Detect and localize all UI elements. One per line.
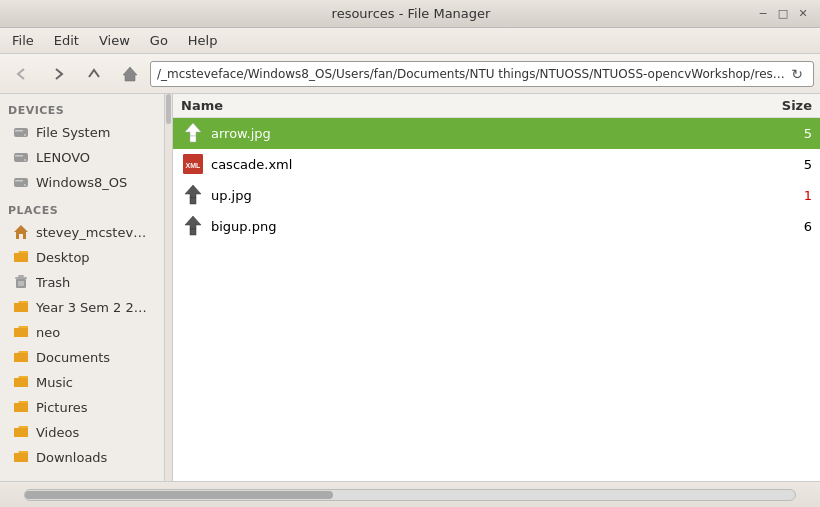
desktop-folder-icon xyxy=(12,248,30,266)
cascade-xml-icon: XML xyxy=(181,152,205,176)
statusbar xyxy=(0,481,820,507)
svg-rect-7 xyxy=(14,178,28,187)
year3-folder-icon xyxy=(12,298,30,316)
sidebar-item-pictures[interactable]: Pictures xyxy=(4,395,160,419)
sidebar-item-downloads[interactable]: Downloads xyxy=(4,445,160,469)
pictures-folder-icon xyxy=(12,398,30,416)
svg-point-8 xyxy=(24,184,26,186)
window-title: resources - File Manager xyxy=(68,6,754,21)
svg-text:XML: XML xyxy=(186,162,202,169)
downloads-folder-icon xyxy=(12,448,30,466)
svg-marker-0 xyxy=(123,67,137,81)
places-header: PLACES xyxy=(0,200,164,219)
neo-label: neo xyxy=(36,325,60,340)
maximize-button[interactable]: □ xyxy=(774,5,792,23)
sidebar-item-music[interactable]: Music xyxy=(4,370,160,394)
harddrive-icon xyxy=(12,123,30,141)
devices-header: DEVICES xyxy=(0,100,164,119)
address-text: /_mcsteveface/Windows8_OS/Users/fan/Docu… xyxy=(157,67,787,81)
sidebar-item-videos[interactable]: Videos xyxy=(4,420,160,444)
up-jpg-size: 1 xyxy=(752,188,812,203)
svg-rect-22 xyxy=(190,198,196,204)
file-list-header: Name Size xyxy=(173,94,820,118)
trash-label: Trash xyxy=(36,275,70,290)
downloads-label: Downloads xyxy=(36,450,107,465)
file-area: Name Size arrow.jpg 5 xyxy=(165,94,820,481)
sidebar-item-year3[interactable]: Year 3 Sem 2 201... xyxy=(4,295,160,319)
menu-go[interactable]: Go xyxy=(142,31,176,50)
windows8-label: Windows8_OS xyxy=(36,175,127,190)
bigup-png-name: bigup.png xyxy=(211,219,752,234)
menubar: File Edit View Go Help xyxy=(0,28,820,54)
menu-help[interactable]: Help xyxy=(180,31,226,50)
svg-marker-10 xyxy=(14,225,28,239)
svg-rect-3 xyxy=(15,130,23,132)
sidebar-item-filesystem[interactable]: File System xyxy=(4,120,160,144)
sidebar-item-home[interactable]: stevey_mcstevefa... xyxy=(4,220,160,244)
home-button[interactable] xyxy=(114,58,146,90)
cascade-xml-size: 5 xyxy=(752,157,812,172)
back-button[interactable] xyxy=(6,58,38,90)
up-jpg-icon xyxy=(181,183,205,207)
sidebar: DEVICES File System LENOVO Windows8_OS P… xyxy=(0,94,165,481)
svg-marker-21 xyxy=(185,185,201,198)
address-bar[interactable]: /_mcsteveface/Windows8_OS/Users/fan/Docu… xyxy=(150,61,814,87)
lenovo-label: LENOVO xyxy=(36,150,90,165)
menu-edit[interactable]: Edit xyxy=(46,31,87,50)
harddrive3-icon xyxy=(12,173,30,191)
desktop-label: Desktop xyxy=(36,250,90,265)
documents-label: Documents xyxy=(36,350,110,365)
main-layout: DEVICES File System LENOVO Windows8_OS P… xyxy=(0,94,820,481)
music-label: Music xyxy=(36,375,73,390)
sidebar-item-neo[interactable]: neo xyxy=(4,320,160,344)
pictures-label: Pictures xyxy=(36,400,87,415)
table-row[interactable]: arrow.jpg 5 xyxy=(173,118,820,149)
sidebar-item-windows8[interactable]: Windows8_OS xyxy=(4,170,160,194)
home-icon xyxy=(121,65,139,83)
svg-rect-24 xyxy=(190,229,196,235)
titlebar: resources - File Manager − □ ✕ xyxy=(0,0,820,28)
filesystem-label: File System xyxy=(36,125,110,140)
trash-icon xyxy=(12,273,30,291)
window-controls: − □ ✕ xyxy=(754,5,812,23)
col-name-header: Name xyxy=(181,98,752,113)
svg-rect-1 xyxy=(14,128,28,137)
horizontal-scrollbar[interactable] xyxy=(24,489,796,501)
videos-label: Videos xyxy=(36,425,79,440)
menu-file[interactable]: File xyxy=(4,31,42,50)
harddrive2-icon xyxy=(12,148,30,166)
sidebar-item-trash[interactable]: Trash xyxy=(4,270,160,294)
arrow-jpg-size: 5 xyxy=(752,126,812,141)
svg-rect-9 xyxy=(15,180,23,182)
sidebar-item-lenovo[interactable]: LENOVO xyxy=(4,145,160,169)
music-folder-icon xyxy=(12,373,30,391)
file-list: arrow.jpg 5 XML xyxy=(173,118,820,481)
svg-marker-17 xyxy=(185,123,201,136)
table-row[interactable]: up.jpg 1 xyxy=(173,180,820,211)
sidebar-item-desktop[interactable]: Desktop xyxy=(4,245,160,269)
forward-button[interactable] xyxy=(42,58,74,90)
col-size-header: Size xyxy=(752,98,812,113)
svg-rect-18 xyxy=(190,136,196,142)
table-row[interactable]: XML cascade.xml 5 xyxy=(173,149,820,180)
home2-icon xyxy=(12,223,30,241)
up-button[interactable] xyxy=(78,58,110,90)
minimize-button[interactable]: − xyxy=(754,5,772,23)
menu-view[interactable]: View xyxy=(91,31,138,50)
table-row[interactable]: bigup.png 6 xyxy=(173,211,820,242)
svg-point-5 xyxy=(24,159,26,161)
arrow-jpg-icon xyxy=(181,121,205,145)
videos-folder-icon xyxy=(12,423,30,441)
toolbar: /_mcsteveface/Windows8_OS/Users/fan/Docu… xyxy=(0,54,820,94)
reload-icon[interactable]: ↻ xyxy=(787,64,807,84)
network-header: NETWORK xyxy=(0,475,164,481)
svg-rect-6 xyxy=(15,155,23,157)
cascade-xml-name: cascade.xml xyxy=(211,157,752,172)
home-label: stevey_mcstevefa... xyxy=(36,225,152,240)
up-icon xyxy=(85,65,103,83)
sidebar-item-documents[interactable]: Documents xyxy=(4,345,160,369)
neo-folder-icon xyxy=(12,323,30,341)
bigup-png-size: 6 xyxy=(752,219,812,234)
svg-rect-13 xyxy=(18,275,24,277)
close-button[interactable]: ✕ xyxy=(794,5,812,23)
